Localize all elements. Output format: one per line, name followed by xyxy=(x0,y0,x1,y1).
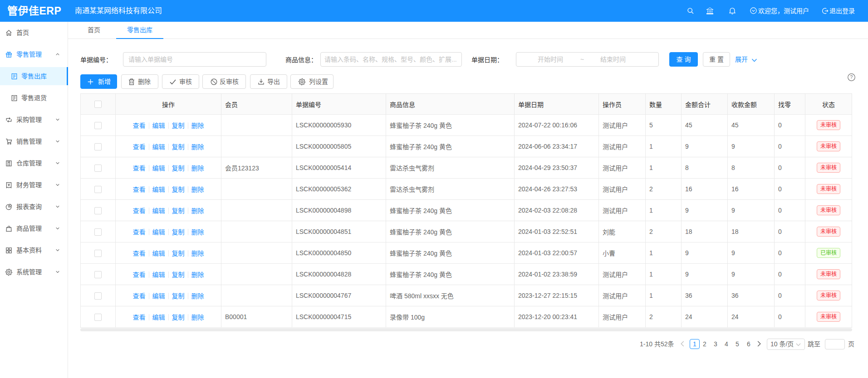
svg-text:?: ? xyxy=(850,74,853,80)
